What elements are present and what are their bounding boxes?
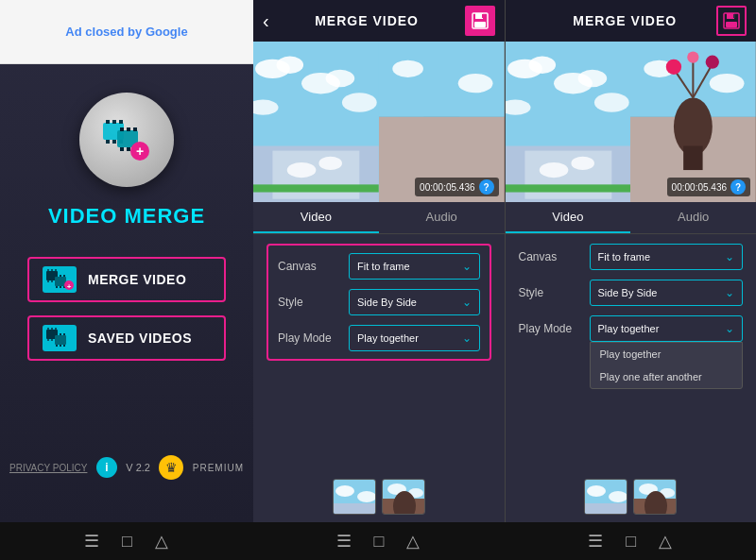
svg-rect-106 <box>683 146 702 171</box>
left-playmode-label: Play Mode <box>278 331 349 345</box>
playmode-option-together[interactable]: Play together <box>591 343 743 365</box>
svg-rect-44 <box>60 345 61 347</box>
svg-rect-36 <box>47 339 49 341</box>
left-canvas-label: Canvas <box>278 260 349 273</box>
privacy-policy-link[interactable]: PRIVACY POLICY <box>9 463 87 473</box>
nav-back-right[interactable]: △ <box>659 531 672 552</box>
svg-rect-12 <box>127 147 130 151</box>
svg-rect-1 <box>106 120 110 124</box>
right-thumb-2[interactable] <box>633 479 677 515</box>
right-panel-header: MERGE VIDEO <box>506 0 757 42</box>
info-button[interactable]: i <box>96 457 117 478</box>
svg-rect-37 <box>51 339 53 341</box>
left-style-value: Side By Side <box>357 297 417 308</box>
svg-point-60 <box>318 157 342 170</box>
logo-area: + VIDEO MERGE <box>48 93 205 229</box>
svg-rect-42 <box>63 333 65 335</box>
svg-point-112 <box>687 51 698 62</box>
left-sidebar: Ad closed by Google <box>0 0 253 522</box>
left-style-row: Style Side By Side ⌄ <box>278 289 480 315</box>
svg-text:+: + <box>67 282 72 290</box>
nav-menu-right[interactable]: ☰ <box>588 531 603 552</box>
svg-rect-24 <box>56 275 58 277</box>
left-thumbnails <box>253 471 505 522</box>
left-tab-audio[interactable]: Audio <box>379 202 505 233</box>
svg-text:+: + <box>136 144 144 159</box>
ad-bar: Ad closed by Google <box>0 0 253 64</box>
ad-text: Ad closed by Google <box>65 25 187 39</box>
merge-video-button[interactable]: + MERGE VIDEO <box>27 257 226 302</box>
svg-rect-28 <box>60 286 61 288</box>
right-canvas-label: Canvas <box>519 250 590 263</box>
right-playmode-arrow: ⌄ <box>725 322 734 335</box>
svg-point-110 <box>666 59 681 75</box>
saved-videos-button[interactable]: SAVED VIDEOS <box>27 315 226 361</box>
left-panel-header: ‹ MERGE VIDEO <box>253 0 505 42</box>
playmode-option-sequential[interactable]: Play one after another <box>591 365 743 388</box>
svg-rect-3 <box>119 120 123 124</box>
left-style-label: Style <box>278 296 349 309</box>
svg-point-53 <box>277 57 304 74</box>
svg-point-97 <box>539 162 568 178</box>
svg-rect-40 <box>56 333 58 335</box>
svg-rect-33 <box>47 328 49 330</box>
right-help-icon[interactable]: ? <box>730 179 746 195</box>
right-playmode-menu: Play together Play one after another <box>590 342 744 389</box>
svg-point-78 <box>357 491 376 502</box>
right-style-dropdown[interactable]: Side By Side ⌄ <box>590 280 744 306</box>
svg-rect-39 <box>55 335 66 345</box>
left-playmode-arrow: ⌄ <box>462 331 472 345</box>
svg-rect-76 <box>334 503 376 515</box>
right-tab-audio[interactable]: Audio <box>630 202 756 233</box>
right-tab-video[interactable]: Video <box>506 202 631 233</box>
left-tab-video[interactable]: Video <box>253 202 379 233</box>
left-time-value: 00:00:05.436 <box>420 182 474 193</box>
svg-rect-99 <box>506 184 631 192</box>
right-canvas-dropdown[interactable]: Fit to frame ⌄ <box>590 244 744 270</box>
nav-home-mid[interactable]: □ <box>374 532 385 552</box>
svg-rect-20 <box>47 280 49 282</box>
merge-video-icon: + <box>43 266 77 293</box>
left-thumb-2[interactable] <box>382 479 425 515</box>
nav-back-left[interactable]: △ <box>155 531 168 552</box>
saved-videos-icon <box>43 325 77 351</box>
svg-rect-27 <box>56 286 58 288</box>
left-back-button[interactable]: ‹ <box>263 10 269 32</box>
nav-menu-mid[interactable]: ☰ <box>336 531 352 552</box>
svg-point-111 <box>706 56 719 69</box>
left-panel-title: MERGE VIDEO <box>315 13 419 28</box>
svg-point-55 <box>326 70 355 87</box>
right-save-button[interactable] <box>716 6 747 36</box>
crown-button[interactable]: ♛ <box>159 455 183 480</box>
left-help-icon[interactable]: ? <box>479 179 494 195</box>
left-style-dropdown[interactable]: Side By Side ⌄ <box>349 289 480 315</box>
navigation-bar: ☰ □ △ ☰ □ △ ☰ □ △ <box>0 522 756 560</box>
left-playmode-dropdown[interactable]: Play together ⌄ <box>349 325 480 351</box>
nav-home-right[interactable]: □ <box>626 532 636 552</box>
left-save-button[interactable] <box>465 6 495 36</box>
svg-rect-86 <box>726 22 737 27</box>
svg-rect-45 <box>63 345 65 347</box>
left-canvas-dropdown[interactable]: Fit to frame ⌄ <box>349 253 480 280</box>
right-canvas-arrow: ⌄ <box>725 250 734 263</box>
left-settings-highlighted: Canvas Fit to frame ⌄ Style Side By Side… <box>266 244 491 361</box>
right-playmode-dropdown[interactable]: Play together ⌄ <box>590 315 744 342</box>
svg-rect-8 <box>120 127 124 131</box>
left-thumb-1[interactable] <box>333 479 376 515</box>
nav-section-right: ☰ □ △ <box>504 531 756 552</box>
nav-home-left[interactable]: □ <box>122 532 132 552</box>
left-settings-area: Canvas Fit to frame ⌄ Style Side By Side… <box>253 234 505 471</box>
svg-rect-4 <box>106 140 110 144</box>
google-brand: Google <box>146 25 188 39</box>
right-canvas-value: Fit to frame <box>598 251 651 263</box>
svg-rect-10 <box>133 127 137 131</box>
svg-point-98 <box>571 157 594 170</box>
nav-back-mid[interactable]: △ <box>406 531 420 552</box>
right-thumb-1[interactable] <box>584 479 627 515</box>
left-playmode-value: Play together <box>357 332 419 344</box>
svg-rect-5 <box>112 140 116 144</box>
svg-point-103 <box>710 74 745 93</box>
right-time-value: 00:00:05.436 <box>672 182 727 193</box>
nav-menu-left[interactable]: ☰ <box>84 531 99 552</box>
svg-rect-48 <box>474 22 486 27</box>
